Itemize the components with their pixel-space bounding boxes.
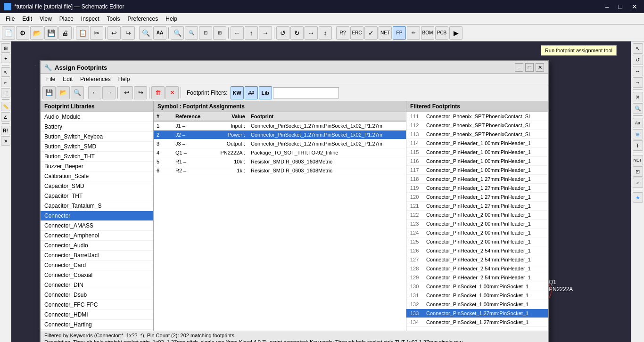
filter-keywords-button[interactable]: KW <box>231 86 244 99</box>
footprint-item[interactable]: 126Connector_PinHeader_2.54mm:PinHeader_… <box>406 246 548 255</box>
footprint-item[interactable]: 133Connector_PinSocket_1.27mm:PinSocket_… <box>406 309 548 318</box>
library-item[interactable]: Audio_Module <box>41 112 153 122</box>
right-label-tool[interactable]: Aa <box>633 118 643 128</box>
footprint-item[interactable]: 114Connector_PinHeader_1.00mm:PinHeader_… <box>406 139 548 148</box>
library-item[interactable]: Connector_FFC-FPC <box>41 300 153 310</box>
library-item[interactable]: Connector_AMASS <box>41 221 153 231</box>
right-pin-tool[interactable]: ⊕ <box>633 129 643 139</box>
library-item[interactable]: Capacitor_Tantalum_S <box>41 201 153 211</box>
modal-menu-edit[interactable]: Edit <box>59 75 76 83</box>
modal-redo-button[interactable]: ↪ <box>134 86 147 99</box>
footprint-item[interactable]: 112Connector_Phoenix_SPT:PhoenixContact_… <box>406 121 548 130</box>
open-button[interactable]: 📂 <box>30 26 43 40</box>
right-arrow-tool[interactable]: → <box>633 77 643 88</box>
footprint-item[interactable]: 113Connector_Phoenix_SPT:PhoenixContact_… <box>406 130 548 139</box>
check-button[interactable]: ✓ <box>364 26 378 40</box>
symbol-row[interactable]: 6 R2 – 1k : Resistor_SMD:R_0603_1608Metr… <box>154 166 406 175</box>
zoom-fit-button[interactable]: ⊡ <box>199 26 212 40</box>
right-net-tool[interactable]: NET <box>633 155 643 165</box>
library-item[interactable]: Connector_Card <box>41 261 153 270</box>
new-button[interactable]: 📄 <box>2 26 15 40</box>
footprint-item[interactable]: 125Connector_PinHeader_2.00mm:PinHeader_… <box>406 237 548 246</box>
right-search-tool[interactable]: 🔍 <box>633 103 643 114</box>
modal-load-button[interactable]: 📂 <box>57 86 70 99</box>
modal-close-button[interactable]: ✕ <box>536 63 544 72</box>
library-item[interactable]: Connector_Dsub <box>41 290 153 300</box>
library-item[interactable]: Button_Switch_Keyboa <box>41 132 153 142</box>
footprint-item[interactable]: 118Connector_PinHeader_1.27mm:PinHeader_… <box>406 175 548 184</box>
footprint-item[interactable]: 115Connector_PinHeader_1.00mm:PinHeader_… <box>406 148 548 157</box>
footprint-item[interactable]: 119Connector_PinHeader_1.27mm:PinHeader_… <box>406 184 548 193</box>
maximize-button[interactable]: □ <box>616 2 625 11</box>
modal-save-button[interactable]: 💾 <box>42 86 56 99</box>
right-rotate-tool[interactable]: ↺ <box>633 55 643 65</box>
symbol-row[interactable]: 3 J3 – Output : Connector_PinSocket_1.27… <box>154 139 406 148</box>
close-button[interactable]: ✕ <box>629 2 640 11</box>
menu-item-file[interactable]: File <box>2 15 18 23</box>
footprint-item[interactable]: 124Connector_PinHeader_2.00mm:PinHeader_… <box>406 228 548 237</box>
library-item[interactable]: Connector_Harting <box>41 320 153 330</box>
wire-tool[interactable]: ⌐ <box>1 78 10 87</box>
angle-tool[interactable]: ∠ <box>1 112 10 122</box>
navigate-forward-button[interactable]: → <box>259 26 272 40</box>
modal-maximize-button[interactable]: □ <box>525 63 534 72</box>
filter-library-button[interactable]: Lib <box>259 86 272 99</box>
modal-delete2-button[interactable]: ✕ <box>165 86 179 99</box>
footprint-item[interactable]: 116Connector_PinHeader_1.00mm:PinHeader_… <box>406 157 548 166</box>
print-button[interactable]: 🖨 <box>58 26 72 40</box>
menu-item-edit[interactable]: Edit <box>18 15 36 23</box>
cross-tool[interactable]: ✕ <box>1 136 10 146</box>
minimize-button[interactable]: – <box>603 2 612 11</box>
copy-button[interactable]: 📋 <box>76 26 89 40</box>
footprint-item[interactable]: 111Connector_Phoenix_SPT:PhoenixContact_… <box>406 112 548 121</box>
library-item[interactable]: Button_Switch_THT <box>41 152 153 162</box>
symbol-row[interactable]: 4 Q1 – PN2222A : Package_TO_SOT_THT:TO-9… <box>154 148 406 157</box>
library-item[interactable]: Connector_Amphenol <box>41 231 153 241</box>
footprints-list[interactable]: 111Connector_Phoenix_SPT:PhoenixContact_… <box>406 112 548 331</box>
right-text-tool[interactable]: T <box>633 140 643 151</box>
right-star-tool[interactable]: ★ <box>633 192 643 203</box>
zoom-out-button[interactable]: 🔍 <box>185 26 198 40</box>
footprint-item[interactable]: 121Connector_PinHeader_1.27mm:PinHeader_… <box>406 202 548 211</box>
settings-button[interactable]: ⚙ <box>16 26 29 40</box>
footprint-item[interactable]: 120Connector_PinHeader_1.27mm:PinHeader_… <box>406 193 548 202</box>
library-item[interactable]: Connector_Coaxial <box>41 270 153 280</box>
modal-search-button[interactable]: 🔍 <box>71 86 84 99</box>
footprint-item[interactable]: 132Connector_PinSocket_1.00mm:PinSocket_… <box>406 300 548 309</box>
navigate-back-button[interactable]: ← <box>231 26 244 40</box>
symbol-table[interactable]: # Reference Value Footprint 1 J1 – Input… <box>154 112 406 331</box>
cursor-tool[interactable]: ↖ <box>1 67 10 77</box>
edit-footprints-button[interactable]: ✏ <box>407 26 420 40</box>
footprint-item[interactable]: 134Connector_PinSocket_1.27mm:PinSocket_… <box>406 318 548 327</box>
highlight-tool[interactable]: ✦ <box>1 54 10 63</box>
modal-next-button[interactable]: → <box>102 86 116 99</box>
library-item[interactable]: Connector_Audio <box>41 241 153 251</box>
modal-delete1-button[interactable]: 🗑 <box>151 86 165 99</box>
footprint-item[interactable]: 131Connector_PinSocket_1.00mm:PinSocket_… <box>406 291 548 300</box>
library-item[interactable]: Buzzer_Beeper <box>41 162 153 171</box>
modal-minimize-button[interactable]: – <box>515 63 523 72</box>
library-item[interactable]: Capacitor_SMD <box>41 181 153 191</box>
cut-button[interactable]: ✂ <box>90 26 103 40</box>
simulate-button[interactable]: ▶ <box>449 26 462 40</box>
redo-button[interactable]: ↪ <box>122 26 135 40</box>
annotate-button[interactable]: R? <box>336 26 349 40</box>
find-replace-button[interactable]: AA <box>153 26 166 40</box>
menu-item-preferences[interactable]: Preferences <box>124 15 162 23</box>
modal-menu-help[interactable]: Help <box>115 75 134 83</box>
filter-input[interactable] <box>273 87 339 98</box>
zoom-selection-button[interactable]: ⊞ <box>213 26 226 40</box>
place-tool[interactable]: ⬚ <box>1 88 10 98</box>
library-item[interactable]: Connector <box>41 211 153 221</box>
erc-button[interactable]: ERC <box>350 26 363 40</box>
mirror-h-button[interactable]: ↔ <box>305 26 318 40</box>
footprint-item[interactable]: 130Connector_PinSocket_1.00mm:PinSocket_… <box>406 282 548 291</box>
library-item[interactable]: Capacitor_THT <box>41 191 153 201</box>
select-tool[interactable]: ⊞ <box>1 43 10 53</box>
menu-item-help[interactable]: Help <box>162 15 181 23</box>
symbol-row[interactable]: 5 R1 – 10k : Resistor_SMD:R_0603_1608Met… <box>154 157 406 166</box>
board-editor-button[interactable]: PCB <box>435 26 448 40</box>
footprint-item[interactable]: 128Connector_PinHeader_2.54mm:PinHeader_… <box>406 264 548 273</box>
library-item[interactable]: Calibration_Scale <box>41 171 153 181</box>
undo-button[interactable]: ↩ <box>107 26 121 40</box>
